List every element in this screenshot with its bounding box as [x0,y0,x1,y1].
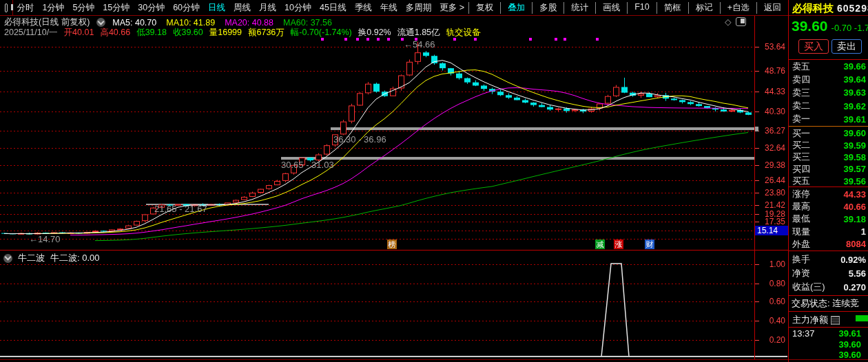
buy-button[interactable]: 买入 [798,39,829,54]
tick-row: 39.60 [789,339,868,350]
toolbar-button[interactable]: 叠加 [500,2,532,14]
period-tab[interactable]: 45日线 [316,2,351,14]
period-tab[interactable]: 周线 [229,2,255,14]
stat-row: 收益(三) 0.270 [789,280,868,294]
price-annotation: ←14.70 [29,234,61,244]
indicator-value: 牛二波: 0.00 [50,252,100,264]
period-tab[interactable]: 季线 [351,2,376,14]
info-item: 收39.60 [173,27,203,39]
ask-orders: 卖五 39.66 卖四 39.64 卖三 39.63 卖二 39.62 卖一 3… [789,60,868,126]
stat-row: 现量 1 [789,226,868,238]
fundamental-stats: 换手 0.92% 净资 5.56 收益(三) 0.270 [789,253,868,294]
panel-separator [789,327,868,328]
period-tab[interactable]: 60分钟 [169,2,204,14]
ohlc-info-bar: 2025/11/10/一开40.01高40.66低39.18收39.60量169… [4,28,481,38]
flow-bar [856,315,868,321]
ma-value: MA60: 37.56 [283,18,332,28]
indicator-name: 牛二波 [18,252,45,264]
period-tab[interactable]: 1分钟 [38,2,68,14]
period-tab[interactable]: 年线 [376,2,402,14]
y-axis-label: 0.40 [758,316,785,326]
period-tab[interactable]: 30分钟 [134,2,169,14]
main-flow-row: 主力净额 [792,314,840,326]
price-stats: 涨停 44.33 最高 40.66 最低 39.18 现量 1 外盘 8084 [789,188,868,251]
collapse-chevron-icon[interactable] [96,18,105,27]
tick-row: 13:37 39.61 [789,328,868,339]
period-tab[interactable]: 15分钟 [99,2,134,14]
info-item: 量16999 [209,27,242,39]
period-tab[interactable]: 分时 [12,2,38,14]
y-axis-label: 1.00 [758,259,785,269]
info-item: 低39.18 [136,27,167,39]
price-annotation: 36.30 - 36.96 [333,134,386,145]
panel-separator [789,251,868,251]
toolbar-button[interactable]: 简框 [657,2,688,14]
event-tag[interactable]: 减 [595,239,605,249]
bid-orders: 买一 39.60 买二 39.59 买三 39.58 买四 39.57 买五 3… [789,127,868,187]
y-axis-label: 0.20 [758,335,785,345]
stock-name: 必得科技 [792,2,834,14]
panel-separator [789,311,868,312]
panel-icon[interactable] [736,17,746,26]
y-axis-label: 0.60 [758,297,785,306]
bid-order-row[interactable]: 买四 39.57 [789,163,868,175]
price-annotation: ←54.66 [404,39,435,50]
info-item: 轨交设备 [446,27,481,39]
ask-order-row[interactable]: 卖四 39.64 [789,73,868,86]
bid-order-row[interactable]: 买二 39.59 [789,139,868,151]
info-item: 幅-0.70(-1.74%) [291,27,352,39]
sell-button[interactable]: 卖出 [831,39,862,54]
period-tab[interactable]: 日线 [204,2,229,14]
ask-order-row[interactable]: 卖三 39.63 [789,86,868,99]
period-tab[interactable]: 10分钟 [280,2,316,14]
diamond-icon[interactable]: ◇ [725,17,732,27]
document-icon[interactable] [831,316,840,325]
split-window-icon[interactable] [5,3,8,12]
bid-order-row[interactable]: 买五 39.56 [789,175,868,187]
event-tag[interactable]: 涨 [614,239,623,249]
bid-order-row[interactable]: 买一 39.60 [789,127,868,139]
toolbar-buttons: 复权叠加多股统计画线F10简框标记+自选返回 [468,2,789,14]
panel-separator [789,295,868,296]
period-tab[interactable]: 5分钟 [68,2,99,14]
bottom-border [0,359,868,360]
toolbar: 分时1分钟5分钟15分钟30分钟60分钟日线周线月线10分钟45日线季线年线多周… [0,0,789,15]
period-tab[interactable]: 多周期 [402,2,436,14]
y-axis-label: 0.80 [758,279,785,288]
event-tag[interactable]: 榜 [387,239,397,249]
price-change: -0.70 -1.74% [831,23,868,33]
price-annotation: 21.65 - 21.67 [154,204,207,214]
period-tab[interactable]: 月线 [255,2,280,14]
indicator-header: 牛二波 牛二波: 0.00 [3,252,100,264]
ma-values: MA5: 40.70MA10: 41.89MA20: 40.88MA60: 37… [112,18,332,28]
ask-order-row[interactable]: 卖二 39.62 [789,100,868,113]
quote-panel: 必得科技605298 39.60-0.70 -1.74% 买入 卖出 卖五 39… [789,0,868,362]
toolbar-separator [0,15,868,16]
stock-header: 必得科技605298 [792,2,868,15]
app-window: 分时1分钟5分钟15分钟30分钟60分钟日线周线月线10分钟45日线季线年线多周… [0,0,868,362]
toolbar-button[interactable]: 画线 [595,2,627,14]
bid-order-row[interactable]: 买三 39.58 [789,151,868,163]
collapse-chevron-icon[interactable] [3,254,12,263]
period-tab[interactable]: 更多 > [435,2,468,14]
chart-canvas [0,0,868,362]
tick-list: 13:37 39.61 39.60 39.60 [789,328,868,361]
period-tabs: 分时1分钟5分钟15分钟30分钟60分钟日线周线月线10分钟45日线季线年线多周… [12,2,468,14]
ask-order-row[interactable]: 卖一 39.61 [789,113,868,126]
tick-row: 39.60 [789,350,868,361]
scrollbar-line[interactable] [0,356,787,357]
ma-value: MA10: 41.89 [166,18,215,28]
toolbar-button[interactable]: 复权 [468,2,500,14]
info-item: 额6736万 [248,27,285,39]
ask-order-row[interactable]: 卖五 39.66 [789,60,868,73]
toolbar-button[interactable]: 标记 [688,2,720,14]
last-price: 39.60 [792,18,828,34]
toolbar-button[interactable]: 统计 [564,2,595,14]
toolbar-button[interactable]: 多股 [532,2,564,14]
chart-header: 必得科技(日线 前复权) MA5: 40.70MA10: 41.89MA20: … [4,17,332,28]
stat-row: 最高 40.66 [789,200,868,213]
event-tag[interactable]: 财 [645,239,654,249]
toolbar-button[interactable]: +自选 [720,2,756,14]
toolbar-button[interactable]: F10 [627,2,657,14]
indicator-y-axis: 1.000.800.600.400.20 [758,0,785,362]
